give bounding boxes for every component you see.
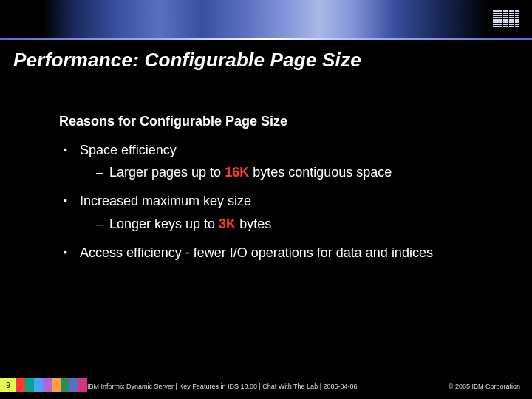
sub-text-pre: Longer keys up to (109, 216, 219, 231)
content-area: Reasons for Configurable Page Size Space… (59, 114, 502, 269)
stripe (52, 378, 61, 392)
stripe (78, 378, 87, 392)
stripe (16, 378, 25, 392)
highlight: 3K (219, 216, 236, 231)
bullet-item: Space efficiency Larger pages up to 16K … (64, 141, 502, 182)
stripe (61, 378, 69, 392)
sub-list: Longer keys up to 3K bytes (96, 215, 502, 233)
bullet-item: Access efficiency - fewer I/O operations… (64, 244, 502, 262)
slide-title: Performance: Configurable Page Size (13, 49, 361, 72)
footer-stripes (16, 378, 87, 392)
highlight: 16K (225, 165, 249, 180)
slide: Performance: Configurable Page Size Reas… (0, 0, 532, 399)
footer-copyright: © 2005 IBM Corporation (449, 383, 520, 390)
footer-text: IBM Informix Dynamic Server | Key Featur… (87, 383, 358, 390)
sub-item: Longer keys up to 3K bytes (96, 215, 502, 233)
sub-list: Larger pages up to 16K bytes contiguous … (96, 163, 502, 182)
bullet-list: Space efficiency Larger pages up to 16K … (64, 141, 502, 262)
sub-text-post: bytes contiguous space (249, 165, 392, 180)
stripe (43, 378, 52, 392)
bullet-text: Access efficiency - fewer I/O operations… (80, 245, 433, 260)
footer: 9 IBM Informix Dynamic Server | Key Feat… (0, 378, 532, 392)
stripe (34, 378, 43, 392)
bullet-text: Space efficiency (80, 143, 177, 157)
bullet-item: Increased maximum key size Longer keys u… (64, 192, 502, 233)
page-number: 9 (0, 378, 16, 392)
ibm-logo-icon (493, 10, 519, 27)
section-heading: Reasons for Configurable Page Size (59, 114, 502, 129)
stripe (25, 378, 34, 392)
header-banner (0, 0, 532, 40)
bullet-text: Increased maximum key size (80, 194, 251, 208)
sub-item: Larger pages up to 16K bytes contiguous … (96, 163, 502, 182)
stripe (69, 378, 78, 392)
sub-text-post: bytes (236, 216, 271, 231)
sub-text-pre: Larger pages up to (109, 165, 225, 180)
